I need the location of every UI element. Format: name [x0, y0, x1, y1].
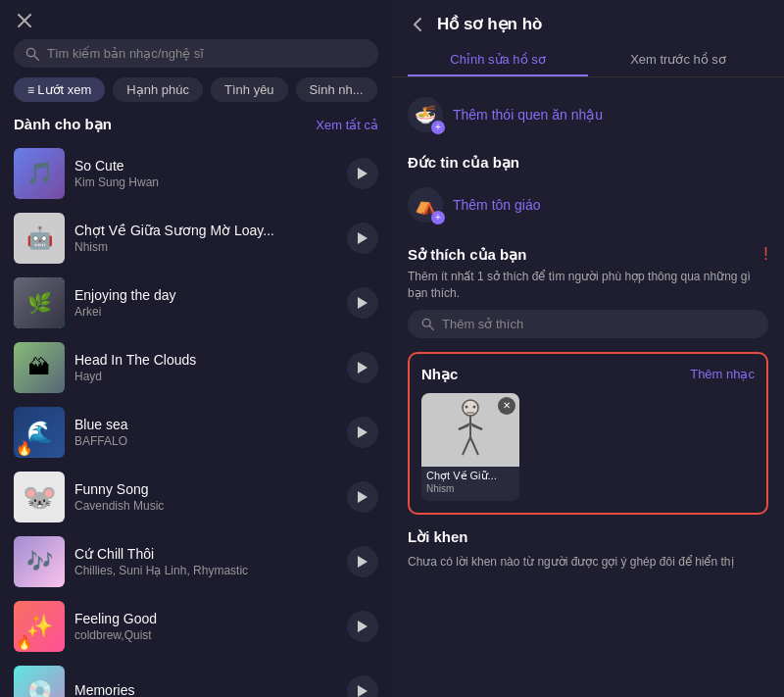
song-artist: BAFFALO	[74, 434, 337, 448]
play-button[interactable]	[347, 223, 378, 254]
music-card-name: Chợt Về Giữ...	[421, 467, 519, 483]
song-info: Head In The Clouds Hayd	[74, 352, 337, 383]
close-icon	[18, 14, 31, 27]
religion-icon-circle: ⛺ +	[408, 187, 443, 223]
left-panel: ≡ Lướt xem Hạnh phúc Tình yêu Sinh nh...…	[0, 0, 392, 697]
song-name: Head In The Clouds	[74, 352, 337, 368]
svg-marker-10	[358, 556, 368, 568]
list-item[interactable]: 🤖 Chợt Về Giữa Sương Mờ Loay... Nhism	[4, 206, 388, 271]
song-artist: Cavendish Music	[74, 499, 337, 513]
add-religion-row[interactable]: ⛺ + Thêm tôn giáo	[408, 179, 768, 230]
song-name: So Cute	[74, 158, 337, 174]
play-icon	[358, 297, 368, 309]
song-name: Cứ Chill Thôi	[74, 546, 337, 562]
filter-tab-hanh-phuc[interactable]: Hạnh phúc	[113, 77, 203, 102]
play-button[interactable]	[347, 417, 378, 448]
list-item[interactable]: 💿 Memories	[4, 659, 388, 697]
play-icon	[358, 685, 368, 697]
food-section: 🍜 + Thêm thói quen ăn nhậu	[408, 89, 768, 140]
song-thumbnail: 🌊 🔥	[14, 407, 65, 458]
play-button[interactable]	[347, 611, 378, 642]
thumbnail-image: 🐭	[14, 472, 65, 523]
play-button[interactable]	[347, 158, 378, 189]
back-button[interactable]	[408, 15, 427, 34]
list-item[interactable]: 🌿 Enjoying the day Arkei	[4, 271, 388, 335]
music-card: ✕ Chợt Về Giữ... Nhism	[421, 393, 519, 501]
song-info: Feeling Good coldbrew,Quist	[74, 611, 337, 642]
add-food-label: Thêm thói quen ăn nhậu	[453, 107, 603, 123]
see-all-button[interactable]: Xem tất cả	[316, 118, 378, 132]
svg-marker-12	[358, 685, 368, 697]
song-info: Memories	[74, 682, 337, 697]
svg-marker-11	[358, 621, 368, 632]
play-icon	[358, 232, 368, 244]
music-card-artist: Nhism	[421, 483, 519, 494]
svg-point-24	[473, 405, 476, 408]
song-thumbnail: 💿	[14, 666, 65, 697]
svg-marker-6	[358, 297, 368, 309]
play-button[interactable]	[347, 287, 378, 319]
section-header: Dành cho bạn Xem tất cả	[0, 112, 392, 141]
svg-marker-7	[358, 362, 368, 373]
filter-tab-tinh-yeu[interactable]: Tình yêu	[211, 77, 288, 102]
song-info: Enjoying the day Arkei	[74, 287, 337, 319]
search-input-wrap[interactable]	[14, 39, 378, 68]
right-content: 🍜 + Thêm thói quen ăn nhậu Đức tin của b…	[392, 77, 784, 697]
play-icon	[358, 426, 368, 438]
music-card-figure	[441, 398, 500, 462]
nhac-add-button[interactable]: Thêm nhạc	[690, 367, 755, 381]
song-artist: Arkei	[74, 305, 337, 319]
play-button[interactable]	[347, 675, 378, 697]
right-tabs: Chỉnh sửa hồ sơ Xem trước hồ sơ	[392, 44, 784, 77]
list-item[interactable]: 🎵 So Cute Kim Sung Hwan	[4, 141, 388, 206]
close-bar	[0, 0, 392, 35]
add-food-row[interactable]: 🍜 + Thêm thói quen ăn nhậu	[408, 89, 768, 140]
filter-tab-luot-xem[interactable]: ≡ Lướt xem	[14, 77, 105, 102]
song-name: Chợt Về Giữa Sương Mờ Loay...	[74, 223, 337, 238]
hobbies-section: Sở thích của bạn ! Thêm ít nhất 1 sở thí…	[408, 244, 768, 338]
play-button[interactable]	[347, 481, 378, 513]
tab-chinh-sua[interactable]: Chỉnh sửa hồ sơ	[408, 44, 588, 76]
plus-badge: +	[431, 121, 445, 134]
svg-line-22	[470, 437, 478, 455]
song-thumbnail: 🏔	[14, 342, 65, 393]
list-item[interactable]: 🎶 Cứ Chill Thôi Chillies, Suni Hạ Linh, …	[4, 529, 388, 594]
nhac-section: Nhạc Thêm nhạc	[408, 352, 768, 515]
play-button[interactable]	[347, 546, 378, 577]
warning-icon: !	[763, 244, 768, 265]
song-thumbnail: 🌿	[14, 277, 65, 328]
hobby-search[interactable]: Thêm sở thích	[408, 310, 768, 338]
play-icon	[358, 556, 368, 568]
list-item[interactable]: 🏔 Head In The Clouds Hayd	[4, 335, 388, 400]
song-list: 🎵 So Cute Kim Sung Hwan 🤖 Chợt Về Giữa S…	[0, 141, 392, 697]
svg-line-21	[463, 437, 470, 455]
close-button[interactable]	[14, 10, 35, 31]
svg-point-13	[422, 319, 430, 326]
list-item[interactable]: 🌊 🔥 Blue sea BAFFALO	[4, 400, 388, 465]
filter-tab-sinh-nhat[interactable]: Sinh nh...	[296, 77, 377, 102]
list-item[interactable]: ✨ 🔥 Feeling Good coldbrew,Quist	[4, 594, 388, 659]
hobbies-warning: Thêm ít nhất 1 sở thích để tìm người phù…	[408, 269, 768, 302]
search-input[interactable]	[47, 46, 367, 61]
right-title: Hồ sơ hẹn hò	[437, 14, 542, 34]
hobby-search-placeholder: Thêm sở thích	[442, 317, 523, 331]
fire-badge: 🔥	[16, 440, 32, 456]
section-title: Dành cho bạn	[14, 116, 112, 133]
duc-tin-label: Đức tin của bạn	[408, 154, 768, 172]
svg-point-15	[463, 400, 478, 416]
song-name: Memories	[74, 682, 337, 697]
svg-marker-4	[358, 168, 368, 179]
svg-marker-8	[358, 426, 368, 438]
tab-xem-truoc[interactable]: Xem trước hồ sơ	[588, 44, 768, 76]
song-info: Blue sea BAFFALO	[74, 417, 337, 448]
svg-line-14	[429, 325, 433, 329]
list-item[interactable]: 🐭 Funny Song Cavendish Music	[4, 465, 388, 529]
music-card-close-button[interactable]: ✕	[498, 397, 515, 415]
svg-point-23	[466, 405, 468, 408]
song-thumbnail: 🤖	[14, 213, 65, 264]
song-artist: Kim Sung Hwan	[74, 175, 337, 189]
play-button[interactable]	[347, 352, 378, 383]
play-icon	[358, 362, 368, 373]
song-thumbnail: 🎵	[14, 148, 65, 199]
song-name: Enjoying the day	[74, 287, 337, 303]
